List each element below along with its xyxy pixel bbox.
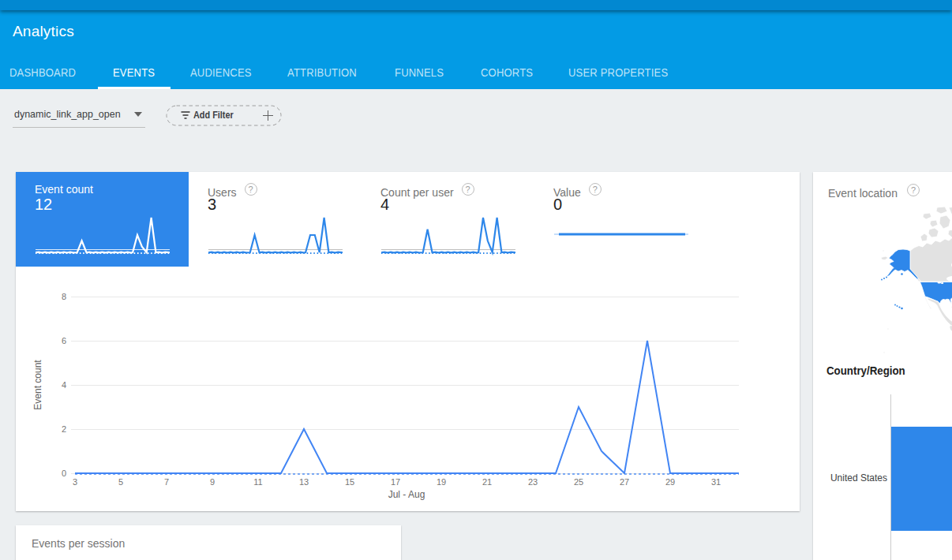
svg-text:19: 19 [437, 477, 446, 487]
svg-text:5: 5 [118, 477, 123, 487]
svg-text:15: 15 [345, 477, 354, 487]
svg-text:8: 8 [62, 292, 66, 301]
svg-text:3: 3 [73, 477, 77, 487]
svg-text:Jul - Aug: Jul - Aug [388, 489, 425, 500]
svg-text:Event count: Event count [32, 360, 43, 410]
svg-text:25: 25 [574, 477, 583, 487]
svg-text:23: 23 [528, 477, 538, 487]
svg-text:21: 21 [482, 477, 492, 487]
svg-text:2: 2 [62, 424, 66, 434]
svg-text:17: 17 [391, 477, 400, 487]
svg-text:27: 27 [620, 477, 629, 487]
svg-text:6: 6 [62, 336, 66, 345]
svg-text:9: 9 [210, 477, 215, 487]
svg-text:11: 11 [253, 477, 262, 487]
svg-text:4: 4 [62, 380, 66, 390]
svg-text:29: 29 [665, 477, 675, 487]
svg-text:7: 7 [164, 477, 169, 487]
svg-text:0: 0 [62, 469, 66, 478]
svg-text:31: 31 [711, 477, 721, 487]
svg-text:13: 13 [299, 477, 309, 487]
